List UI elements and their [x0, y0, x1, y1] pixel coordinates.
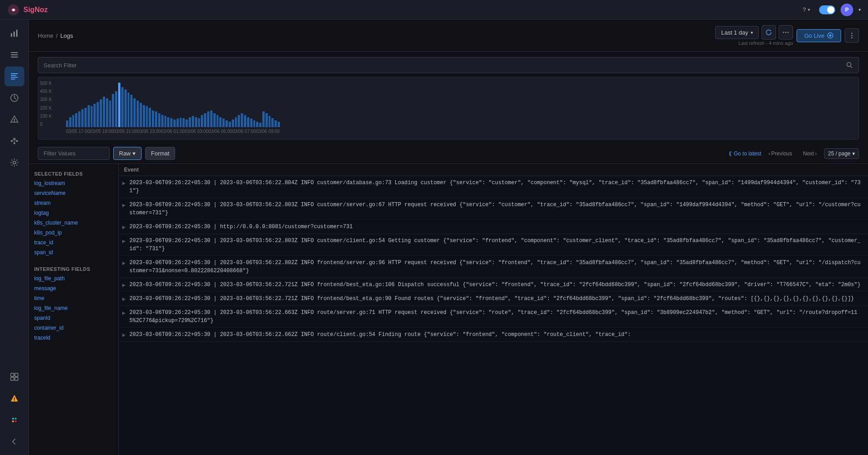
chart-bar[interactable]	[130, 95, 133, 127]
chart-bar[interactable]	[210, 110, 213, 127]
chart-bar[interactable]	[278, 122, 280, 127]
selected-field-item[interactable]: span_id	[29, 247, 118, 257]
selected-field-item[interactable]: log_iostream	[29, 178, 118, 188]
chart-bar[interactable]	[81, 109, 84, 127]
go-live-button[interactable]: Go Live	[797, 29, 841, 42]
chart-bar[interactable]	[152, 110, 154, 127]
extra-options-button[interactable]	[845, 28, 859, 43]
chart-bar[interactable]	[180, 118, 182, 127]
chart-bar[interactable]	[217, 115, 219, 127]
previous-button[interactable]: ‹ Previous	[765, 149, 796, 159]
chart-bar[interactable]	[167, 117, 169, 127]
chart-bar[interactable]	[253, 120, 256, 127]
selected-field-item[interactable]: k8s_cluster_name	[29, 218, 118, 228]
log-entry[interactable]: ▶2023-03-06T09:26:22+05:30 | 2023-03-06T…	[119, 306, 868, 328]
interesting-field-item[interactable]: container_id	[29, 323, 118, 333]
chart-bar[interactable]	[189, 117, 191, 127]
chart-bar[interactable]	[173, 119, 176, 127]
selected-field-item[interactable]: logtag	[29, 208, 118, 218]
chart-bar[interactable]	[222, 119, 225, 127]
sidebar-item-dashboard[interactable]	[4, 88, 24, 108]
chart-bar[interactable]	[241, 113, 243, 127]
interesting-field-item[interactable]: log_file_name	[29, 303, 118, 313]
chart-bar[interactable]	[235, 117, 237, 127]
chart-bar[interactable]	[133, 98, 136, 127]
chart-bar[interactable]	[124, 89, 127, 127]
chart-bar[interactable]	[97, 102, 99, 127]
chart-bar[interactable]	[266, 113, 268, 127]
chart-bar[interactable]	[155, 111, 157, 127]
log-entry[interactable]: ▶2023-03-06T09:26:22+05:30 | 2023-03-06T…	[119, 256, 868, 278]
chart-bar[interactable]	[66, 120, 68, 127]
chart-bar[interactable]	[170, 118, 173, 127]
chart-bar[interactable]	[78, 111, 80, 127]
page-size-button[interactable]: 25 / page ▾	[824, 148, 859, 159]
chart-bar[interactable]	[207, 111, 209, 127]
sidebar-item-analytics[interactable]	[4, 23, 24, 43]
raw-view-button[interactable]: Raw ▾	[113, 147, 142, 160]
log-entry[interactable]: ▶2023-03-06T09:26:22+05:30 | 2023-03-06T…	[119, 278, 868, 292]
sidebar-item-integrations[interactable]	[4, 367, 24, 387]
chart-bar[interactable]	[137, 101, 139, 127]
chart-bar[interactable]	[182, 118, 185, 127]
chart-bar[interactable]	[161, 115, 164, 127]
chart-bar[interactable]	[213, 113, 216, 127]
help-button[interactable]: ? ▾	[799, 4, 814, 15]
chart-bar[interactable]	[75, 113, 77, 127]
interesting-field-item[interactable]: time	[29, 293, 118, 303]
chart-bar[interactable]	[247, 117, 249, 127]
log-entry[interactable]: ▶2023-03-06T09:26:22+05:30 | 2023-03-06T…	[119, 198, 868, 220]
interesting-field-item[interactable]: message	[29, 283, 118, 293]
chart-bar[interactable]	[204, 113, 206, 127]
chart-bar[interactable]	[88, 105, 90, 128]
sidebar-item-traces[interactable]	[4, 131, 24, 151]
chart-bar[interactable]	[128, 93, 130, 127]
theme-toggle[interactable]	[819, 5, 835, 14]
chart-bar[interactable]	[275, 120, 277, 127]
chart-bar[interactable]	[121, 87, 124, 127]
selected-field-item[interactable]: trace_id	[29, 238, 118, 247]
avatar[interactable]: P	[841, 4, 853, 16]
chart-bar[interactable]	[158, 113, 160, 127]
format-button[interactable]: Format	[145, 147, 175, 160]
chart-bar[interactable]	[177, 119, 179, 127]
chart-bar[interactable]	[112, 94, 114, 127]
chart-bar[interactable]	[115, 91, 117, 127]
chart-bar[interactable]	[250, 119, 252, 127]
chart-bar[interactable]	[198, 118, 200, 127]
interesting-field-item[interactable]: spanId	[29, 313, 118, 323]
chart-bar[interactable]	[195, 117, 197, 127]
chart-bar[interactable]	[271, 118, 274, 127]
chart-bar[interactable]	[93, 104, 96, 127]
chart-bar[interactable]	[143, 105, 145, 128]
log-entry[interactable]: ▶2023-03-06T09:26:22+05:30 | 2023-03-06T…	[119, 234, 868, 256]
refresh-button[interactable]	[762, 25, 776, 40]
chart-bar[interactable]	[100, 99, 102, 127]
chart-bar[interactable]	[238, 115, 240, 127]
selected-field-item[interactable]: serviceName	[29, 188, 118, 198]
sidebar-item-menu[interactable]	[4, 45, 24, 65]
chart-bar[interactable]	[69, 117, 71, 127]
sidebar-item-slack[interactable]	[4, 410, 24, 430]
selected-field-item[interactable]: stream	[29, 198, 118, 208]
breadcrumb-home[interactable]: Home	[38, 32, 53, 39]
chart-bar[interactable]	[84, 108, 87, 127]
interesting-field-item[interactable]: log_file_path	[29, 274, 118, 283]
chart-bar[interactable]	[262, 111, 265, 127]
chart-bar[interactable]	[146, 106, 148, 127]
chart-bar[interactable]	[256, 122, 258, 127]
sidebar-item-logs[interactable]	[4, 66, 24, 86]
next-button[interactable]: Next ›	[799, 149, 820, 159]
log-entry[interactable]: ▶2023-03-06T09:26:22+05:30 | http://0.0.…	[119, 220, 868, 234]
chart-bar[interactable]	[232, 119, 234, 127]
chart-bar[interactable]	[72, 115, 75, 127]
go-to-latest-button[interactable]: ⟪ Go to latest	[729, 150, 761, 157]
chart-bar[interactable]	[219, 117, 221, 127]
log-entry[interactable]: ▶2023-03-06T09:26:22+05:30 | 2023-03-06T…	[119, 176, 868, 198]
sidebar-item-warning[interactable]	[4, 389, 24, 408]
sidebar-item-collapse[interactable]	[4, 432, 24, 451]
sidebar-item-settings[interactable]	[4, 153, 24, 172]
chart-bar[interactable]	[186, 119, 188, 127]
chart-bar[interactable]	[201, 115, 203, 127]
chart-bar[interactable]	[244, 115, 246, 127]
